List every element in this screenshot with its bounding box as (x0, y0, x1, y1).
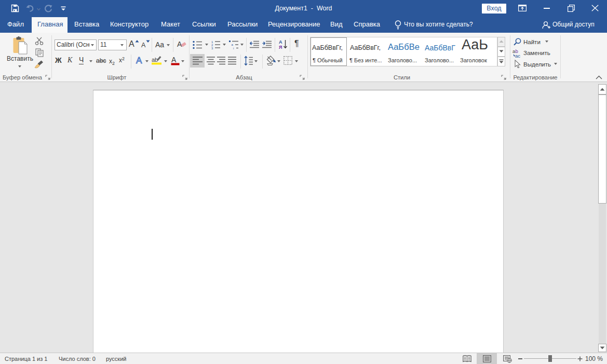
svg-text:А: А (136, 56, 142, 65)
svg-text:ac: ac (515, 53, 520, 58)
svg-text:Я: Я (279, 45, 282, 50)
svg-text:А: А (279, 39, 282, 45)
svg-text:i: i (233, 47, 234, 50)
svg-text:А: А (171, 56, 177, 64)
svg-text:a: a (232, 43, 234, 46)
svg-text:3: 3 (211, 47, 213, 50)
